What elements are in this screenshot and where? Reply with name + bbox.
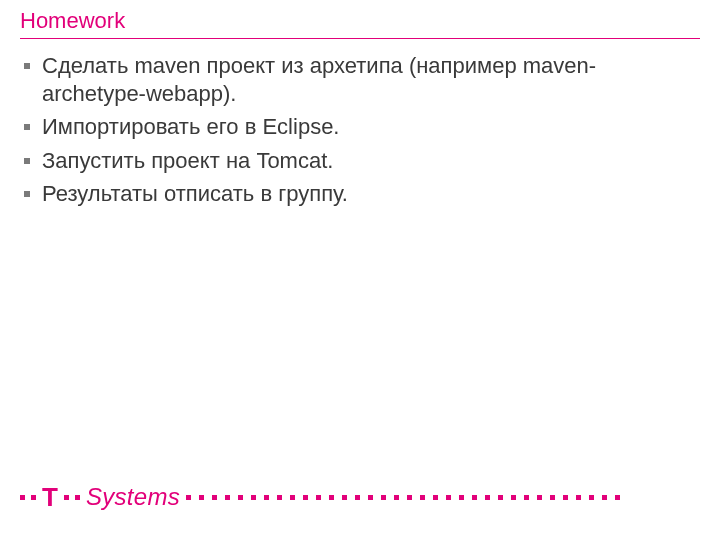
dot-icon	[459, 495, 464, 500]
dot-icon	[31, 495, 36, 500]
dot-icon	[563, 495, 568, 500]
dot-icon	[602, 495, 607, 500]
brand-name: Systems	[86, 483, 180, 511]
dots-right	[64, 495, 80, 500]
dot-icon	[498, 495, 503, 500]
dot-icon	[225, 495, 230, 500]
dot-icon	[472, 495, 477, 500]
dot-icon	[433, 495, 438, 500]
dot-icon	[381, 495, 386, 500]
dot-icon	[537, 495, 542, 500]
dot-icon	[75, 495, 80, 500]
list-item: Сделать maven проект из архетипа (наприм…	[20, 52, 700, 107]
dot-icon	[238, 495, 243, 500]
dot-icon	[589, 495, 594, 500]
dot-icon	[420, 495, 425, 500]
dot-icon	[20, 495, 25, 500]
dot-icon	[550, 495, 555, 500]
dot-icon	[264, 495, 269, 500]
dot-icon	[64, 495, 69, 500]
list-item: Результаты отписать в группу.	[20, 180, 700, 208]
dot-icon	[446, 495, 451, 500]
dot-icon	[368, 495, 373, 500]
dot-icon	[524, 495, 529, 500]
dot-icon	[485, 495, 490, 500]
list-item: Импортировать его в Eclipse.	[20, 113, 700, 141]
slide: Homework Сделать maven проект из архетип…	[0, 0, 720, 540]
list-item: Запустить проект на Tomcat.	[20, 147, 700, 175]
dot-icon	[303, 495, 308, 500]
dot-icon	[186, 495, 191, 500]
dot-icon	[212, 495, 217, 500]
t-logo-icon: T	[42, 484, 58, 510]
dot-icon	[329, 495, 334, 500]
dot-icon	[576, 495, 581, 500]
dot-icon	[394, 495, 399, 500]
dot-icon	[316, 495, 321, 500]
dot-icon	[290, 495, 295, 500]
dot-icon	[615, 495, 620, 500]
bullet-list: Сделать maven проект из архетипа (наприм…	[20, 52, 700, 208]
dots-left	[20, 495, 36, 500]
slide-body: Сделать maven проект из архетипа (наприм…	[20, 52, 700, 214]
dot-icon	[511, 495, 516, 500]
dot-icon	[407, 495, 412, 500]
dot-icon	[199, 495, 204, 500]
dots-trail	[186, 495, 700, 500]
dot-icon	[251, 495, 256, 500]
title-underline	[20, 38, 700, 39]
slide-title: Homework	[20, 8, 125, 34]
dot-icon	[277, 495, 282, 500]
footer-brand: T Systems	[20, 482, 700, 512]
dot-icon	[342, 495, 347, 500]
dot-icon	[355, 495, 360, 500]
